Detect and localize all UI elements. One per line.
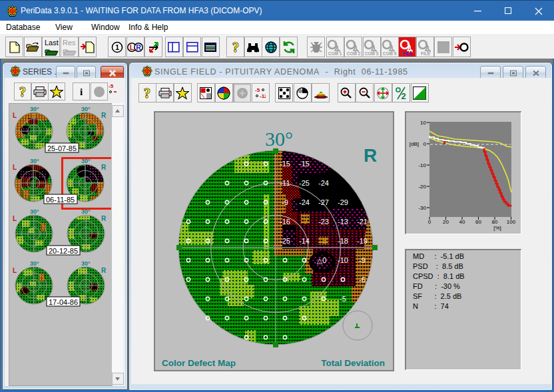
svg-text:60: 60: [475, 219, 481, 225]
svg-text:L: L: [130, 43, 135, 51]
svg-text:80: 80: [492, 219, 498, 225]
svg-text:17-04-86: 17-04-86: [49, 298, 78, 306]
svg-text:30°: 30°: [30, 158, 39, 164]
svg-text:-11: -11: [280, 179, 290, 187]
svg-text:COM 2: COM 2: [346, 51, 360, 55]
svg-text:Total Deviation: Total Deviation: [321, 358, 385, 368]
svg-text:?: ?: [144, 87, 150, 100]
svg-text:-18: -18: [338, 237, 348, 245]
svg-text:-15: -15: [299, 160, 310, 168]
svg-text:30°: 30°: [265, 128, 293, 150]
svg-text:-9: -9: [359, 256, 366, 264]
svg-text:FILE: FILE: [402, 51, 412, 55]
svg-text:30°: 30°: [30, 260, 39, 267]
svg-text:?: ?: [19, 85, 26, 98]
svg-text:-5: -5: [340, 295, 346, 303]
svg-text:25-07-85: 25-07-85: [47, 144, 77, 152]
svg-text:-16: -16: [280, 218, 290, 226]
svg-text:L: L: [13, 215, 17, 222]
svg-text:-24: -24: [299, 198, 310, 206]
svg-text:1: 1: [115, 43, 119, 51]
svg-text:R: R: [364, 145, 377, 166]
svg-text:[%]: [%]: [493, 225, 501, 231]
svg-text:R: R: [101, 267, 107, 274]
svg-text:i: i: [80, 87, 83, 97]
svg-text:-10: -10: [418, 162, 426, 168]
svg-text:-8: -8: [320, 237, 327, 245]
svg-text:100: 100: [507, 219, 516, 225]
svg-text:R: R: [101, 112, 107, 119]
svg-text:-27: -27: [318, 198, 329, 206]
svg-text:30°: 30°: [30, 208, 39, 215]
svg-text:06-11-85: 06-11-85: [46, 196, 75, 204]
svg-text:Color Defect Map: Color Defect Map: [162, 358, 236, 368]
svg-text:-24: -24: [318, 179, 329, 187]
svg-text:-21: -21: [357, 218, 368, 226]
svg-text:COM 3: COM 3: [365, 51, 379, 55]
svg-text:-9: -9: [282, 198, 288, 206]
svg-text:20-12-85: 20-12-85: [49, 247, 78, 255]
svg-text:?: ?: [232, 41, 239, 54]
svg-text:L: L: [13, 267, 17, 274]
svg-text:COM 4: COM 4: [383, 51, 397, 55]
svg-text:-5: -5: [109, 83, 114, 89]
svg-text:-5: -5: [255, 87, 260, 93]
svg-text:-25: -25: [299, 179, 310, 187]
svg-text:0: 0: [423, 141, 427, 147]
svg-text:-12: -12: [260, 93, 266, 99]
svg-text:20: 20: [443, 219, 449, 225]
svg-text:30°: 30°: [81, 260, 91, 267]
svg-text:FILE: FILE: [420, 51, 430, 55]
svg-text:-10: -10: [338, 256, 348, 264]
svg-text:10: 10: [420, 120, 426, 126]
svg-text:40: 40: [459, 219, 465, 225]
svg-text:-13: -13: [338, 218, 348, 226]
svg-text:-30: -30: [418, 205, 426, 211]
svg-text:L: L: [13, 112, 17, 119]
svg-text:-20: -20: [418, 184, 426, 190]
svg-text:Res: Res: [63, 39, 76, 47]
svg-text:-6: -6: [359, 276, 366, 284]
svg-text:-7: -7: [301, 218, 308, 226]
svg-text:-15: -15: [280, 160, 290, 168]
svg-text:-25: -25: [280, 237, 290, 245]
svg-text:△0: △0: [317, 256, 327, 264]
svg-text:30°: 30°: [30, 106, 39, 112]
svg-text:R: R: [101, 215, 107, 222]
svg-text:-23: -23: [318, 218, 329, 226]
svg-text:[dB]: [dB]: [410, 141, 419, 147]
svg-text:0: 0: [428, 219, 431, 225]
svg-text:L: L: [13, 164, 17, 171]
svg-text:COM 1: COM 1: [328, 51, 342, 55]
svg-text:R: R: [136, 43, 141, 51]
svg-text:R: R: [101, 164, 107, 171]
svg-text:-19: -19: [357, 237, 368, 245]
svg-text:2: 2: [401, 91, 406, 100]
svg-text:-29: -29: [338, 198, 348, 206]
svg-text:30°: 30°: [81, 106, 91, 112]
svg-text:Last: Last: [45, 39, 59, 47]
svg-text:-14: -14: [299, 237, 310, 245]
